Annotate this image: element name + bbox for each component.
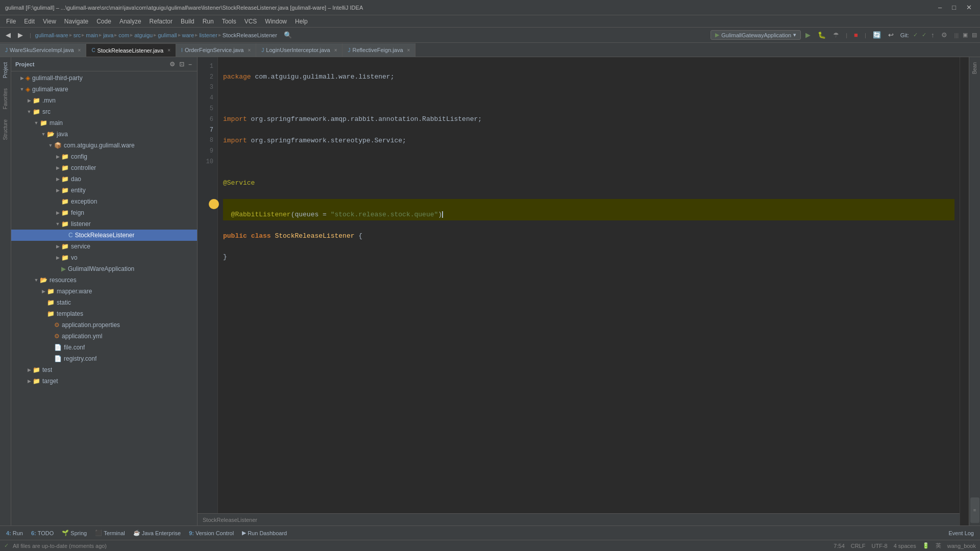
tab-orderfeignservice[interactable]: I OrderFeignService.java × [176,43,256,57]
encoding[interactable]: UTF-8 [872,543,888,549]
panel-layout-icon[interactable]: ⊡ [178,60,185,69]
breadcrumb-listener[interactable]: listener [199,32,217,38]
tree-com-package[interactable]: ▼ 📦 com.atguigu.gulimall.ware [11,140,197,151]
run-config-selector[interactable]: ▶ GulimallGatewayApplication ▾ [710,30,801,40]
tree-gulimallwareapplication[interactable]: ▶ GulimallWareApplication [11,263,197,274]
menu-code[interactable]: Code [92,17,115,26]
forward-btn[interactable]: ▶ [15,30,26,40]
event-log-toolbar-btn[interactable]: Event Log [945,529,977,537]
bean-panel-label[interactable]: Bean [970,57,979,79]
tree-config[interactable]: ▶ 📁 config [11,151,197,162]
breadcrumb-com[interactable]: com [118,32,129,38]
tab-close-btn[interactable]: × [78,47,81,53]
tree-feign[interactable]: ▶ 📁 feign [11,207,197,218]
menu-help[interactable]: Help [291,17,312,26]
back-btn[interactable]: ◀ [3,30,13,40]
favorites-label[interactable]: Favorites [1,83,10,114]
breadcrumb-atguigu[interactable]: atguigu [134,32,153,38]
tree-resources[interactable]: ▼ 📂 resources [11,274,197,286]
tab-reflectivefeign[interactable]: J ReflectiveFeign.java × [342,43,415,57]
code-content[interactable]: package com.atguigu.gulimall.ware.listen… [218,57,960,513]
menu-analyze[interactable]: Analyze [115,17,145,26]
tree-main[interactable]: ▼ 📁 main [11,117,197,129]
tree-controller[interactable]: ▶ 📁 controller [11,162,197,173]
line-ending[interactable]: CRLF [851,543,866,549]
run-dashboard-toolbar-btn[interactable]: ▶ Run Dashboard [239,529,290,537]
tree-mvn[interactable]: ▶ 📁 .mvn [11,95,197,106]
breadcrumb-main[interactable]: main [86,32,98,38]
breadcrumb-ware[interactable]: ware [182,32,194,38]
tree-exception[interactable]: 📁 exception [11,196,197,207]
tree-gulimall-third-party[interactable]: ▶ ◈ gulimall-third-party [11,72,197,84]
tree-application-yml[interactable]: ⚙ application.yml [11,331,197,342]
tree-mapper-ware[interactable]: ▶ 📁 mapper.ware [11,286,197,297]
breadcrumb-src[interactable]: src [74,32,81,38]
menu-window[interactable]: Window [261,17,291,26]
structure-label[interactable]: Structure [1,114,10,145]
menu-file[interactable]: File [2,17,20,26]
tab-close-btn2[interactable]: × [248,47,251,53]
menu-run[interactable]: Run [199,17,218,26]
version-control-toolbar-btn[interactable]: 9: Version Control [186,529,237,537]
tab-loginuserinterceptor[interactable]: J LoginUserInterceptor.java × [256,43,342,57]
project-panel-label[interactable]: Project [1,57,10,83]
tree-registry-conf[interactable]: 📄 registry.conf [11,353,197,364]
tree-application-properties[interactable]: ⚙ application.properties [11,319,197,331]
close-btn[interactable]: ✕ [963,4,975,11]
coverage-btn[interactable]: ☂ [830,30,842,40]
tree-src[interactable]: ▼ 📁 src [11,106,197,117]
tree-service[interactable]: ▶ 📁 service [11,241,197,252]
tree-dao[interactable]: ▶ 📁 dao [11,173,197,185]
lang-indicator[interactable]: 英 [936,542,941,549]
terminal-toolbar-btn[interactable]: ⬛ Terminal [92,529,128,537]
git-push-btn[interactable]: ↑ [928,30,937,40]
tree-entity[interactable]: ▶ 📁 entity [11,185,197,196]
indent-setting[interactable]: 4 spaces [894,543,916,549]
tree-templates[interactable]: 📁 templates [11,308,197,319]
spring-toolbar-btn[interactable]: 🌱 Spring [59,529,90,537]
menu-edit[interactable]: Edit [20,17,39,26]
menu-navigate[interactable]: Navigate [60,17,92,26]
tree-stockreleaselistener[interactable]: C StockReleaseListener [11,230,197,241]
tree-java[interactable]: ▼ 📂 java [11,129,197,140]
java-enterprise-toolbar-btn[interactable]: ☕ Java Enterprise [130,529,184,537]
tree-label: .mvn [42,97,56,104]
tree-gulimall-ware[interactable]: ▼ ◈ gulimall-ware [11,84,197,95]
tab-wareskuserviceimpl[interactable]: J WareSkuServiceImpl.java × [0,43,86,57]
tree-static[interactable]: 📁 static [11,297,197,308]
stop-btn[interactable]: ■ [851,30,861,40]
undo-btn[interactable]: ↩ [886,30,896,40]
maximize-btn[interactable]: □ [949,4,959,11]
panel-gear-icon[interactable]: ⚙ [168,60,176,69]
search-everywhere-btn[interactable]: 🔍 [281,30,295,40]
panel-minimize-icon[interactable]: – [187,60,193,69]
tab-close-btn4[interactable]: × [407,47,410,53]
menu-tools[interactable]: Tools [218,17,240,26]
debug-btn[interactable]: 🐛 [815,30,828,40]
tree-listener[interactable]: ▼ 📁 listener [11,218,197,230]
tab-close-active-btn[interactable]: × [167,47,170,53]
menu-view[interactable]: View [39,17,60,26]
tree-vo[interactable]: ▶ 📁 vo [11,252,197,263]
update-btn[interactable]: 🔄 [870,30,884,40]
menu-vcs[interactable]: VCS [240,17,261,26]
tree-target[interactable]: ▶ 📁 target [11,375,197,387]
minimize-btn[interactable]: – [935,4,945,11]
breadcrumb-stockreleaselistener[interactable]: StockReleaseListener [223,32,277,38]
breadcrumb-gulimall[interactable]: gulimall [158,32,177,38]
menu-build[interactable]: Build [177,17,199,26]
git-check2-icon: ✓ [922,32,926,38]
run-toolbar-btn[interactable]: 4: Run [3,529,26,537]
menu-refactor[interactable]: Refactor [145,17,177,26]
breadcrumb-java[interactable]: java [103,32,113,38]
tree-file-conf[interactable]: 📄 file.conf [11,342,197,353]
tree-test[interactable]: ▶ 📁 test [11,364,197,375]
breadcrumb-gulimall-ware[interactable]: gulimall-ware [35,32,68,38]
code-editor[interactable]: 1 2 3 4 5 6 7 8 9 10 package com.atguigu… [198,57,960,513]
tab-close-btn3[interactable]: × [334,47,337,53]
tab-stockreleaselistener[interactable]: C StockReleaseListener.java × [86,43,176,57]
todo-toolbar-btn[interactable]: 6: TODO [28,529,57,537]
cursor-position[interactable]: 7:54 [834,543,844,549]
git-settings-btn[interactable]: ⚙ [939,30,950,40]
run-btn[interactable]: ▶ [803,30,813,40]
